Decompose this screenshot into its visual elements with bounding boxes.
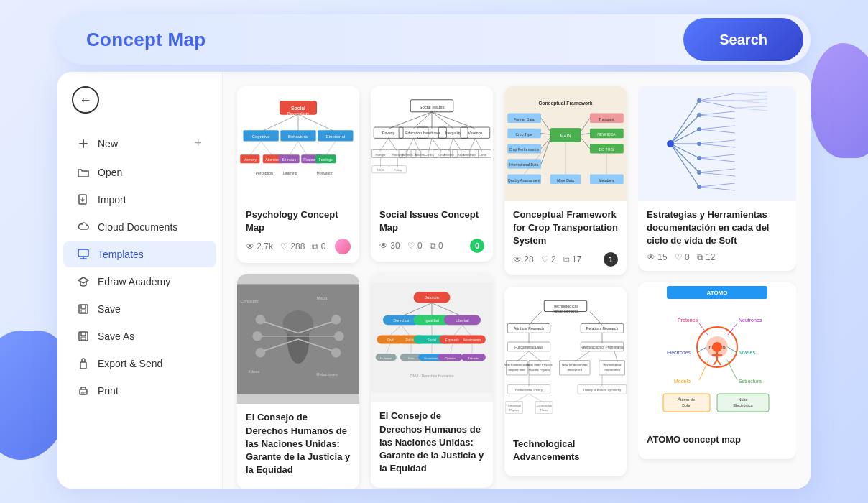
- sidebar-new-label: New: [98, 138, 118, 149]
- card-psychology[interactable]: Social Psychology Cognitive Behavioral: [237, 86, 359, 263]
- sidebar-saveas-label: Save As: [98, 331, 134, 342]
- svg-text:Quality Assessment: Quality Assessment: [508, 178, 540, 183]
- social-copies: ⧉ 0: [430, 241, 443, 251]
- svg-text:Solid State Physics: Solid State Physics: [526, 363, 552, 366]
- sidebar-item-saveas[interactable]: Save As: [63, 323, 216, 349]
- svg-text:DO THIS: DO THIS: [599, 147, 614, 152]
- svg-text:Niveles: Niveles: [739, 350, 755, 355]
- top-bar: Concept Map Search: [57, 14, 811, 65]
- card-column-4-partial: Estrategias y Herramientas documentación…: [638, 86, 796, 489]
- svg-text:Relations Research: Relations Research: [586, 326, 619, 331]
- svg-point-272: [697, 185, 701, 189]
- svg-text:Bohr: Bohr: [682, 403, 691, 407]
- card-thumb-human: Concepto Mapa Ideas Relaciones: [237, 274, 359, 404]
- svg-text:Libertad: Libertad: [456, 318, 469, 323]
- svg-text:Social Issues: Social Issues: [420, 105, 445, 109]
- card-info-psychology: Psychology Concept Map 👁 2.7k ♡ 288 ⧉ 0: [237, 201, 359, 263]
- card-info-atomo: ATOMO concept map: [638, 426, 796, 459]
- sidebar-templates-label: Templates: [98, 249, 144, 260]
- sidebar-item-import[interactable]: Import: [63, 187, 216, 213]
- svg-text:Modelo: Modelo: [674, 379, 691, 384]
- card-title-tech: Technological Advancements: [513, 438, 618, 463]
- import-icon: [78, 194, 89, 206]
- svg-text:Income: Income: [444, 153, 455, 157]
- card-derechos[interactable]: Justicia Derechos Igualdad Libertad: [371, 273, 493, 488]
- app-title: Concept Map: [86, 29, 206, 51]
- card-mindmap[interactable]: Estrategias y Herramientas documentación…: [638, 86, 796, 271]
- sidebar-export-label: Export & Send: [98, 358, 162, 369]
- svg-text:Crop Type: Crop Type: [515, 132, 532, 137]
- card-title-crop: Conceptual Framework for Crop Transporta…: [513, 208, 618, 248]
- card-info-social: Social Issues Concept Map 👁 30 ♡ 0 ⧉ 0 0: [371, 201, 493, 262]
- card-crop[interactable]: Conceptual Framework MAIN Farmer Data Cr…: [504, 86, 627, 275]
- svg-text:Transport: Transport: [599, 117, 614, 121]
- sidebar-item-print[interactable]: Print: [63, 378, 216, 404]
- svg-line-102: [475, 138, 481, 151]
- svg-text:Motivation: Motivation: [317, 171, 333, 175]
- card-social[interactable]: Social Issues Poverty Education: [371, 86, 493, 262]
- svg-line-35: [326, 142, 336, 156]
- svg-line-62: [389, 112, 433, 129]
- svg-point-55: [331, 348, 341, 358]
- sidebar-item-save[interactable]: Save: [63, 296, 216, 322]
- svg-text:Concepto: Concepto: [240, 299, 259, 303]
- sidebar-item-open[interactable]: Open: [63, 160, 216, 185]
- templates-icon: [78, 249, 89, 260]
- sidebar-item-new[interactable]: New +: [63, 129, 216, 158]
- crop-likes: ♡ 2: [541, 254, 556, 264]
- social-views: 👁 30: [379, 241, 400, 251]
- mindmap-views: 👁 15: [647, 252, 668, 262]
- svg-text:Neutrones: Neutrones: [739, 318, 762, 323]
- card-badge-social: 0: [470, 239, 484, 253]
- card-stats-crop: 👁 28 ♡ 2 ⧉ 17 1: [513, 252, 618, 267]
- card-info-human: El Consejo de Derechos Humanos de las Na…: [237, 404, 359, 489]
- card-title-derechos: El Consejo de Derechos Humanos de las Na…: [379, 410, 484, 475]
- svg-text:Relaciones: Relaciones: [317, 372, 338, 377]
- card-info-tech: Technological Advancements: [504, 430, 627, 476]
- card-atomo[interactable]: ATOMO núcleo Protones Neutrones Electron…: [638, 282, 796, 459]
- svg-line-84: [414, 138, 420, 151]
- sidebar-item-academy[interactable]: Edraw Academy: [63, 269, 216, 295]
- svg-text:Members: Members: [599, 178, 614, 183]
- svg-text:Technological: Technological: [553, 304, 577, 308]
- svg-text:MAIN: MAIN: [560, 134, 571, 138]
- sidebar-item-templates[interactable]: Templates: [63, 241, 216, 267]
- svg-text:Humano: Humano: [380, 356, 392, 360]
- svg-line-89: [429, 138, 432, 151]
- card-human[interactable]: Concepto Mapa Ideas Relaciones El Consej…: [237, 274, 359, 489]
- card-tech[interactable]: Technological Advancements Attribute Res…: [504, 287, 627, 476]
- svg-line-16: [298, 114, 335, 131]
- card-thumb-tech: Technological Advancements Attribute Res…: [504, 287, 627, 430]
- sidebar-new-extra: +: [194, 136, 202, 151]
- svg-text:Policy: Policy: [394, 168, 402, 172]
- card-badge-psychology: [335, 239, 351, 254]
- svg-point-54: [334, 331, 344, 341]
- card-badge-crop: 1: [604, 252, 618, 267]
- svg-rect-3: [78, 249, 88, 257]
- svg-text:Violence: Violence: [468, 131, 483, 135]
- sidebar-item-cloud[interactable]: Cloud Documents: [63, 214, 216, 240]
- svg-text:Education: Education: [405, 131, 422, 135]
- svg-line-78: [389, 138, 397, 151]
- academy-icon: [78, 276, 89, 287]
- svg-text:ATOMO: ATOMO: [706, 290, 727, 296]
- cards-grid: Social Psychology Cognitive Behavioral: [237, 86, 796, 489]
- svg-text:International Data: International Data: [509, 162, 538, 167]
- svg-text:Emotional: Emotional: [326, 134, 345, 139]
- svg-text:Social: Social: [291, 106, 305, 111]
- svg-text:Expresión: Expresión: [445, 338, 461, 342]
- svg-text:beyond time: beyond time: [508, 368, 525, 372]
- back-button[interactable]: ←: [72, 86, 99, 114]
- svg-text:Learning: Learning: [283, 171, 297, 175]
- crop-copies: ⧉ 17: [563, 254, 582, 264]
- svg-rect-5: [81, 310, 86, 313]
- svg-text:Igualdad: Igualdad: [425, 318, 439, 323]
- svg-line-101: [470, 138, 476, 151]
- decorative-blob-right: [811, 43, 868, 158]
- svg-text:Theory: Theory: [540, 409, 548, 412]
- svg-text:Fundamental Laws: Fundamental Laws: [514, 345, 543, 349]
- card-info-derechos: El Consejo de Derechos Humanos de las Na…: [371, 402, 493, 488]
- card-column-1: Social Psychology Cognitive Behavioral: [237, 86, 359, 489]
- search-button[interactable]: Search: [683, 18, 803, 61]
- sidebar-item-export[interactable]: Export & Send: [63, 351, 216, 377]
